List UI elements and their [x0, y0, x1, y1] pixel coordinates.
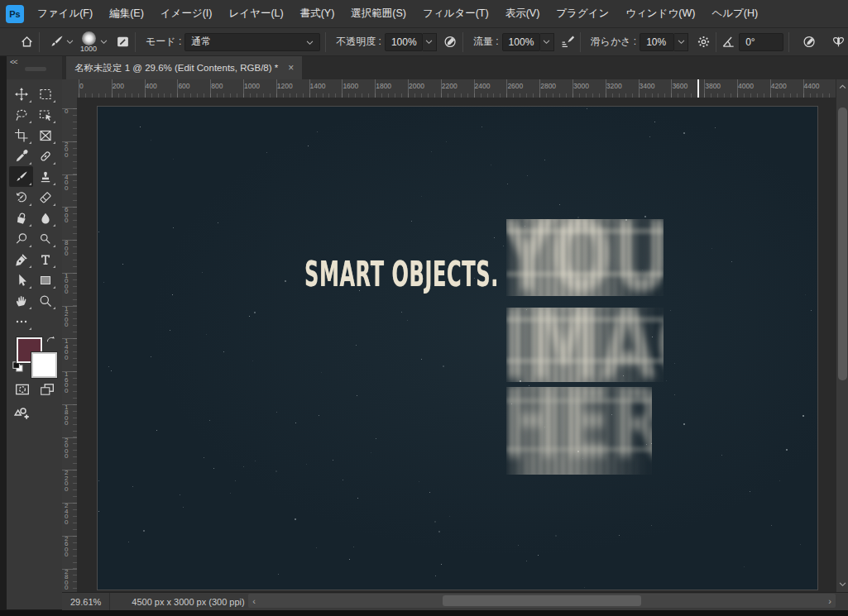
- noise-speck: [173, 227, 174, 228]
- noise-speck: [343, 480, 343, 480]
- angle-value: 0°: [745, 36, 755, 48]
- menu-item-5[interactable]: 選択範囲(S): [343, 0, 414, 27]
- pen-tool-icon: [15, 253, 28, 266]
- move-tool[interactable]: [9, 84, 33, 104]
- menu-item-10[interactable]: ヘルプ(H): [703, 0, 766, 27]
- vertical-scroll-thumb[interactable]: [838, 107, 847, 380]
- scroll-down-arrow[interactable]: [836, 579, 848, 590]
- v-ruler-label: 2600: [65, 537, 69, 558]
- chevron-down-icon: [306, 41, 314, 45]
- spot-healing-brush-tool[interactable]: [33, 146, 57, 166]
- dodge-tool[interactable]: [9, 228, 33, 249]
- h-ruler-label: 1400: [310, 82, 326, 90]
- noise-speck: [371, 266, 372, 267]
- lasso-tool[interactable]: [9, 104, 33, 125]
- v-ruler-label: 2800: [65, 570, 69, 591]
- tool-grid: [9, 84, 60, 332]
- brush-angle-button[interactable]: [721, 35, 735, 49]
- menu-item-8[interactable]: プラグイン: [548, 0, 617, 27]
- document-tab[interactable]: 名称未設定 1 @ 29.6% (Edit Contents, RGB/8) *…: [66, 56, 302, 79]
- v-ruler-label: 600: [65, 208, 69, 224]
- chevron-down-icon: [425, 40, 433, 45]
- brush-picker-chevron[interactable]: [100, 40, 108, 45]
- background-color-swatch[interactable]: [31, 352, 57, 378]
- tool-preset-button[interactable]: [50, 35, 64, 49]
- type-tool[interactable]: [33, 249, 57, 270]
- h-ruler-label: 4000: [738, 82, 754, 90]
- pressure-opacity-button[interactable]: [443, 35, 458, 49]
- opacity-chevron[interactable]: [423, 33, 437, 51]
- capture-shapes-button[interactable]: [13, 405, 30, 422]
- blur-tool[interactable]: [33, 208, 57, 228]
- flow-chevron[interactable]: [540, 33, 554, 51]
- smoothing-chevron[interactable]: [674, 33, 688, 51]
- brush-tool[interactable]: [9, 166, 33, 187]
- canvas-headline-text: SMART OBJECTS.: [304, 256, 499, 292]
- smoothing-options-button[interactable]: [697, 35, 711, 49]
- menu-item-1[interactable]: 編集(E): [101, 0, 152, 27]
- menu-item-9[interactable]: ウィンドウ(W): [617, 0, 703, 27]
- pen-tool[interactable]: [9, 249, 33, 270]
- more-tools[interactable]: [9, 311, 33, 332]
- noise-speck: [435, 575, 436, 576]
- menu-item-7[interactable]: 表示(V): [497, 0, 549, 27]
- h-ruler-label: 2600: [507, 82, 523, 90]
- airbrush-button[interactable]: [561, 35, 575, 49]
- divider: [135, 32, 136, 52]
- history-brush-tool[interactable]: [9, 187, 33, 208]
- vertical-scrollbar[interactable]: [836, 79, 848, 592]
- brush-settings-panel-toggle[interactable]: [116, 35, 130, 49]
- toolbar-grip[interactable]: [25, 67, 46, 71]
- blend-mode-select[interactable]: 通常: [184, 33, 320, 51]
- menu-item-4[interactable]: 書式(Y): [292, 0, 343, 27]
- photoshop-app-icon[interactable]: Ps: [6, 5, 24, 23]
- hand-tool[interactable]: [9, 290, 33, 311]
- home-button[interactable]: [20, 35, 34, 49]
- horizontal-scrollbar[interactable]: ‹ ›: [248, 594, 836, 608]
- rectangular-marquee-tool[interactable]: [33, 84, 57, 104]
- ruler-corner: [62, 79, 78, 98]
- tab-close-button[interactable]: ×: [288, 62, 294, 74]
- crop-tool[interactable]: [9, 125, 33, 146]
- scroll-left-arrow[interactable]: ‹: [248, 594, 260, 608]
- document-canvas[interactable]: SMART OBJECTS. YOURIMAGEHERE: [98, 107, 817, 590]
- noise-speck: [431, 151, 432, 152]
- paint-symmetry-button[interactable]: [831, 35, 846, 49]
- frame-tool[interactable]: [33, 125, 57, 146]
- flow-input[interactable]: 100%: [502, 33, 540, 51]
- scroll-up-arrow[interactable]: [836, 81, 848, 93]
- pressure-size-button[interactable]: [802, 35, 817, 49]
- opacity-value: 100%: [391, 36, 417, 48]
- sponge-tool[interactable]: [33, 228, 57, 249]
- path-selection-tool[interactable]: [9, 270, 33, 290]
- rectangle-tool[interactable]: [33, 270, 57, 290]
- noise-speck: [321, 372, 322, 373]
- vertical-ruler[interactable]: 0200400600800100012001400160018002000220…: [62, 98, 78, 592]
- noise-speck: [285, 280, 286, 282]
- quick-mask-button[interactable]: [13, 382, 31, 397]
- menu-item-3[interactable]: レイヤー(L): [221, 0, 292, 27]
- scroll-right-arrow[interactable]: ›: [824, 594, 836, 608]
- paint-bucket-tool[interactable]: [9, 208, 33, 228]
- clone-stamp-tool[interactable]: [33, 166, 57, 187]
- zoom-level-field[interactable]: 29.61%: [62, 593, 110, 610]
- noise-speck: [140, 127, 141, 127]
- smoothing-input[interactable]: 10%: [640, 33, 674, 51]
- horizontal-ruler[interactable]: 0200400600800100012001400160018002000220…: [77, 79, 836, 98]
- horizontal-scroll-thumb[interactable]: [443, 595, 641, 606]
- menu-item-2[interactable]: イメージ(I): [152, 0, 221, 27]
- brush-tool-icon: [50, 35, 64, 49]
- menu-item-0[interactable]: ファイル(F): [29, 0, 101, 27]
- zoom-tool[interactable]: [33, 290, 57, 311]
- swap-colors-button[interactable]: [46, 334, 56, 345]
- brush-angle-input[interactable]: 0°: [739, 33, 783, 51]
- screen-mode-button[interactable]: [38, 382, 56, 397]
- toolbar-collapse-button[interactable]: <<: [10, 58, 17, 66]
- tool-preset-chevron[interactable]: [66, 40, 74, 45]
- object-selection-tool[interactable]: [33, 104, 57, 125]
- brush-preset-picker[interactable]: 1000: [80, 31, 97, 53]
- eyedropper-tool[interactable]: [9, 146, 33, 166]
- opacity-input[interactable]: 100%: [385, 33, 423, 51]
- menu-item-6[interactable]: フィルター(T): [414, 0, 497, 27]
- eraser-tool[interactable]: [33, 187, 57, 208]
